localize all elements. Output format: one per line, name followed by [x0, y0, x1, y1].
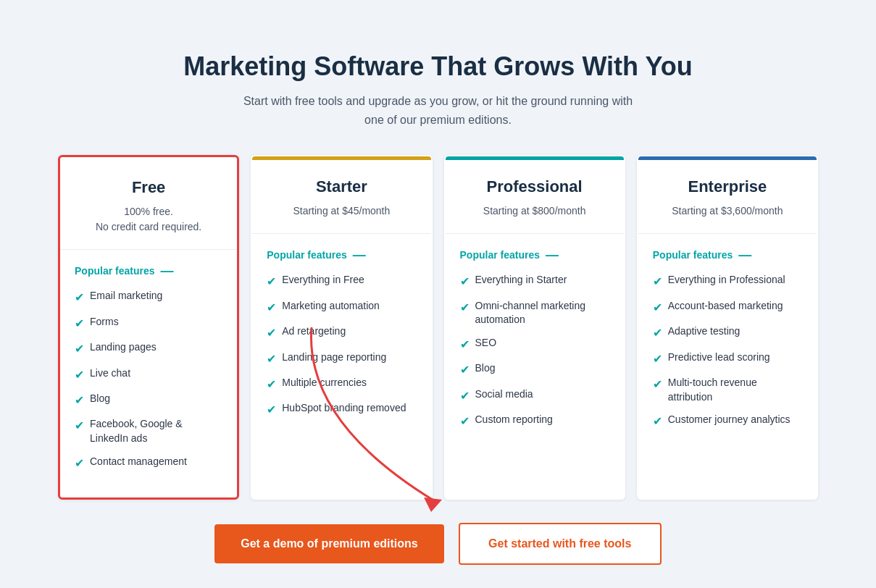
list-item: ✔Landing page reporting: [267, 350, 416, 367]
list-item: ✔Omni-channel marketing automation: [460, 299, 609, 327]
list-item: ✔Facebook, Google & LinkedIn ads: [75, 417, 222, 445]
check-icon: ✔: [267, 325, 276, 341]
feature-text: Blog: [475, 361, 496, 376]
features-label-starter: Popular features—: [267, 248, 416, 261]
feature-text: Everything in Free: [282, 273, 364, 287]
page-subtitle: Start with free tools and upgrade as you…: [235, 92, 641, 129]
features-dash-professional: —: [546, 248, 559, 261]
feature-text: Live chat: [90, 366, 130, 381]
page-wrapper: Marketing Software That Grows With You S…: [14, 22, 862, 588]
plan-price-free: 100% free.No credit card required.: [75, 204, 222, 235]
svg-marker-0: [424, 497, 442, 512]
list-item: ✔Custom reporting: [460, 413, 609, 429]
feature-text: Social media: [475, 387, 533, 402]
check-icon: ✔: [460, 337, 470, 353]
list-item: ✔HubSpot branding removed: [267, 401, 416, 418]
list-item: ✔Everything in Professional: [653, 273, 802, 290]
feature-text: SEO: [475, 336, 497, 350]
features-label-text-professional: Popular features: [460, 249, 540, 261]
list-item: ✔Landing pages: [75, 340, 222, 357]
plan-header-free: Free100% free.No credit card required.: [60, 161, 237, 250]
check-icon: ✔: [460, 388, 470, 404]
check-icon: ✔: [267, 377, 276, 392]
feature-text: HubSpot branding removed: [282, 401, 406, 416]
check-icon: ✔: [267, 402, 276, 418]
feature-list-enterprise: ✔Everything in Professional✔Account-base…: [653, 273, 802, 429]
feature-text: Ad retargeting: [282, 324, 346, 339]
plan-name-free: Free: [75, 178, 222, 197]
features-label-free: Popular features—: [75, 264, 222, 277]
check-icon: ✔: [75, 418, 84, 434]
list-item: ✔Blog: [75, 392, 222, 408]
check-icon: ✔: [75, 290, 84, 306]
plan-header-professional: ProfessionalStarting at $800/month: [446, 160, 624, 234]
check-icon: ✔: [460, 274, 470, 290]
check-icon: ✔: [75, 455, 84, 471]
list-item: ✔Predictive lead scoring: [653, 350, 802, 367]
feature-list-professional: ✔Everything in Starter✔Omni-channel mark…: [460, 273, 609, 429]
cta-section: Get a demo of premium editions Get start…: [58, 523, 818, 565]
plan-name-professional: Professional: [460, 177, 609, 196]
plan-body-starter: Popular features—✔Everything in Free✔Mar…: [252, 234, 430, 444]
check-icon: ✔: [653, 377, 662, 392]
page-header: Marketing Software That Grows With You S…: [58, 51, 818, 129]
features-dash-enterprise: —: [738, 248, 751, 261]
list-item: ✔Multiple currencies: [267, 376, 416, 392]
feature-list-starter: ✔Everything in Free✔Marketing automation…: [267, 273, 416, 418]
plan-price-enterprise: Starting at $3,600/month: [653, 203, 802, 219]
feature-text: Contact management: [90, 455, 187, 469]
features-label-text-starter: Popular features: [267, 249, 346, 261]
plan-price-professional: Starting at $800/month: [460, 203, 609, 219]
check-icon: ✔: [267, 274, 276, 290]
feature-text: Omni-channel marketing automation: [475, 299, 609, 327]
list-item: ✔Contact management: [75, 455, 222, 471]
check-icon: ✔: [460, 300, 470, 316]
check-icon: ✔: [267, 300, 276, 316]
plan-name-starter: Starter: [267, 177, 416, 196]
check-icon: ✔: [75, 341, 84, 357]
check-icon: ✔: [267, 351, 276, 367]
check-icon: ✔: [653, 351, 662, 367]
list-item: ✔Ad retargeting: [267, 324, 416, 341]
pricing-grid: Free100% free.No credit card required.Po…: [58, 155, 818, 500]
plan-card-enterprise: EnterpriseStarting at $3,600/monthPopula…: [637, 155, 818, 500]
check-icon: ✔: [460, 413, 470, 429]
feature-text: Custom reporting: [475, 413, 553, 427]
features-label-text-free: Popular features: [75, 265, 154, 277]
feature-text: Blog: [90, 392, 110, 406]
free-tools-button[interactable]: Get started with free tools: [459, 523, 662, 565]
check-icon: ✔: [75, 392, 84, 408]
plan-body-free: Popular features—✔Email marketing✔Forms✔…: [60, 250, 237, 497]
list-item: ✔Social media: [460, 387, 609, 404]
feature-text: Account-based marketing: [668, 299, 783, 314]
features-label-enterprise: Popular features—: [653, 248, 802, 261]
list-item: ✔Customer journey analytics: [653, 413, 802, 429]
plan-card-free: Free100% free.No credit card required.Po…: [58, 155, 239, 500]
demo-button[interactable]: Get a demo of premium editions: [214, 524, 443, 563]
features-label-professional: Popular features—: [460, 248, 609, 261]
plan-card-starter: StarterStarting at $45/monthPopular feat…: [251, 155, 432, 500]
check-icon: ✔: [653, 274, 662, 290]
check-icon: ✔: [460, 362, 470, 378]
feature-text: Multi-touch revenue attribution: [668, 376, 802, 404]
plan-body-enterprise: Popular features—✔Everything in Professi…: [638, 234, 817, 455]
feature-text: Landing page reporting: [282, 350, 386, 365]
features-dash-starter: —: [353, 248, 366, 261]
feature-text: Everything in Professional: [668, 273, 785, 287]
feature-text: Email marketing: [90, 289, 162, 303]
list-item: ✔SEO: [460, 336, 609, 353]
feature-text: Marketing automation: [282, 299, 380, 314]
feature-text: Landing pages: [90, 340, 157, 355]
feature-text: Customer journey analytics: [668, 413, 791, 427]
list-item: ✔Marketing automation: [267, 299, 416, 316]
feature-list-free: ✔Email marketing✔Forms✔Landing pages✔Liv…: [75, 289, 222, 471]
feature-text: Forms: [90, 315, 119, 329]
list-item: ✔Everything in Free: [267, 273, 416, 290]
plan-card-professional: ProfessionalStarting at $800/monthPopula…: [444, 155, 625, 500]
list-item: ✔Live chat: [75, 366, 222, 383]
list-item: ✔Everything in Starter: [460, 273, 609, 290]
page-title: Marketing Software That Grows With You: [58, 51, 818, 82]
list-item: ✔Account-based marketing: [653, 299, 802, 316]
feature-text: Predictive lead scoring: [668, 350, 770, 365]
list-item: ✔Email marketing: [75, 289, 222, 306]
